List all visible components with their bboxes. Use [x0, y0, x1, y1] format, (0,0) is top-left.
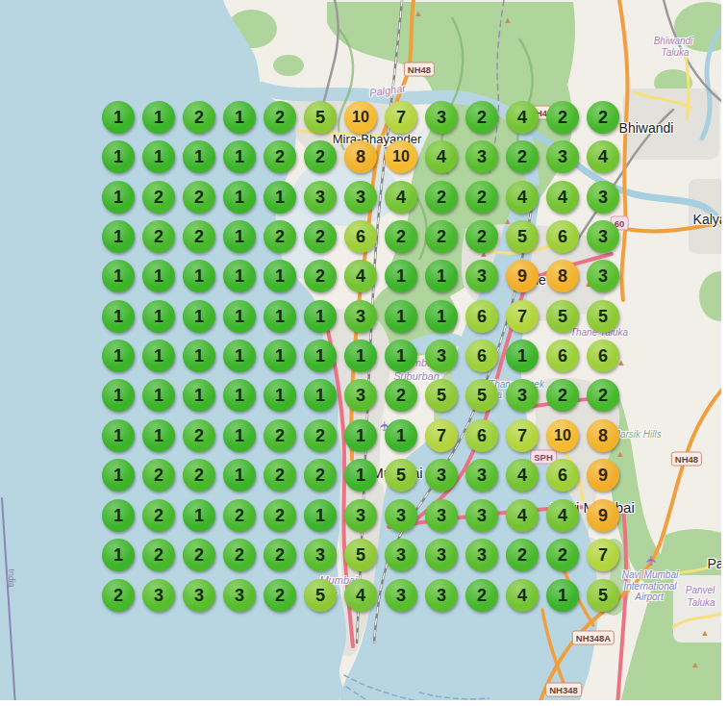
cluster-marker[interactable]: 3 [425, 101, 458, 134]
cluster-marker[interactable]: 1 [102, 499, 135, 532]
cluster-marker[interactable]: 4 [425, 140, 458, 173]
cluster-marker[interactable]: 1 [223, 260, 256, 292]
cluster-marker[interactable]: 1 [102, 101, 135, 134]
cluster-marker[interactable]: 3 [425, 459, 458, 492]
cluster-marker[interactable]: 1 [102, 260, 135, 292]
cluster-marker[interactable]: 2 [264, 101, 296, 134]
cluster-marker[interactable]: 7 [506, 300, 539, 333]
cluster-marker[interactable]: 9 [587, 499, 619, 532]
cluster-marker[interactable]: 5 [304, 101, 337, 134]
cluster-marker[interactable]: 1 [304, 379, 337, 412]
cluster-marker[interactable]: 2 [264, 419, 296, 452]
cluster-marker[interactable]: 1 [264, 300, 296, 333]
cluster-marker[interactable]: 1 [425, 260, 458, 292]
cluster-marker[interactable]: 2 [425, 220, 458, 253]
cluster-marker[interactable]: 2 [264, 499, 296, 532]
cluster-marker[interactable]: 3 [587, 260, 619, 292]
cluster-marker[interactable]: 3 [344, 181, 377, 214]
cluster-marker[interactable]: 1 [385, 340, 417, 372]
cluster-marker[interactable]: 2 [223, 539, 256, 571]
cluster-marker[interactable]: 2 [183, 220, 215, 253]
cluster-marker[interactable]: 3 [425, 340, 458, 372]
cluster-marker[interactable]: 2 [264, 459, 296, 492]
cluster-marker[interactable]: 1 [183, 300, 215, 333]
cluster-marker[interactable]: 1 [425, 300, 458, 333]
cluster-marker[interactable]: 1 [223, 340, 256, 372]
cluster-marker[interactable]: 1 [385, 300, 417, 333]
cluster-marker[interactable]: 1 [142, 140, 175, 173]
cluster-marker[interactable]: 1 [223, 220, 256, 253]
cluster-marker[interactable]: 1 [223, 379, 256, 412]
cluster-marker[interactable]: 10 [344, 101, 377, 134]
cluster-marker[interactable]: 5 [304, 579, 337, 612]
cluster-marker[interactable]: 2 [142, 499, 175, 532]
cluster-marker[interactable]: 5 [344, 539, 377, 571]
cluster-marker[interactable]: 3 [344, 499, 377, 532]
cluster-marker[interactable]: 1 [223, 140, 256, 173]
cluster-marker[interactable]: 5 [465, 379, 498, 412]
cluster-marker[interactable]: 5 [587, 300, 619, 333]
cluster-marker[interactable]: 1 [304, 499, 337, 532]
cluster-marker[interactable]: 7 [425, 419, 458, 452]
cluster-marker[interactable]: 3 [183, 579, 215, 612]
cluster-marker[interactable]: 2 [223, 499, 256, 532]
cluster-marker[interactable]: 3 [465, 539, 498, 571]
cluster-marker[interactable]: 2 [465, 181, 498, 214]
cluster-marker[interactable]: 6 [546, 220, 579, 253]
cluster-marker[interactable]: 1 [102, 379, 135, 412]
cluster-marker[interactable]: 9 [506, 260, 539, 292]
cluster-marker[interactable]: 4 [506, 101, 539, 134]
cluster-marker[interactable]: 2 [142, 459, 175, 492]
cluster-marker[interactable]: 1 [142, 379, 175, 412]
cluster-marker[interactable]: 1 [344, 459, 377, 492]
cluster-marker[interactable]: 2 [264, 539, 296, 571]
cluster-marker[interactable]: 3 [223, 579, 256, 612]
cluster-marker[interactable]: 1 [102, 419, 135, 452]
cluster-marker[interactable]: 1 [264, 260, 296, 292]
cluster-marker[interactable]: 2 [587, 379, 619, 412]
cluster-marker[interactable]: 1 [344, 419, 377, 452]
cluster-marker[interactable]: 3 [425, 579, 458, 612]
cluster-marker[interactable]: 1 [546, 579, 579, 612]
cluster-marker[interactable]: 1 [385, 260, 417, 292]
cluster-marker[interactable]: 6 [344, 220, 377, 253]
cluster-marker[interactable]: 4 [587, 140, 619, 173]
cluster-marker[interactable]: 3 [425, 539, 458, 571]
map[interactable]: PalgharMira-BhayanderBhiwandiTalukaBhiwa… [0, 0, 728, 706]
cluster-marker[interactable]: 8 [587, 419, 619, 452]
cluster-marker[interactable]: 1 [183, 140, 215, 173]
cluster-marker[interactable]: 7 [587, 539, 619, 571]
cluster-marker[interactable]: 2 [546, 379, 579, 412]
cluster-marker[interactable]: 2 [183, 459, 215, 492]
cluster-marker[interactable]: 2 [506, 539, 539, 571]
cluster-marker[interactable]: 7 [385, 101, 417, 134]
cluster-marker[interactable]: 1 [264, 379, 296, 412]
cluster-marker[interactable]: 4 [506, 459, 539, 492]
cluster-marker[interactable]: 1 [102, 220, 135, 253]
cluster-marker[interactable]: 3 [304, 539, 337, 571]
cluster-marker[interactable]: 1 [142, 260, 175, 292]
cluster-marker[interactable]: 3 [546, 140, 579, 173]
cluster-marker[interactable]: 4 [344, 260, 377, 292]
cluster-marker[interactable]: 4 [344, 579, 377, 612]
cluster-marker[interactable]: 1 [344, 340, 377, 372]
cluster-marker[interactable]: 2 [183, 539, 215, 571]
cluster-marker[interactable]: 1 [102, 181, 135, 214]
cluster-marker[interactable]: 3 [506, 379, 539, 412]
cluster-marker[interactable]: 2 [102, 579, 135, 612]
cluster-marker[interactable]: 1 [223, 300, 256, 333]
cluster-marker[interactable]: 4 [506, 499, 539, 532]
cluster-marker[interactable]: 3 [344, 379, 377, 412]
cluster-marker[interactable]: 1 [102, 300, 135, 333]
cluster-marker[interactable]: 6 [546, 459, 579, 492]
cluster-marker[interactable]: 2 [264, 140, 296, 173]
cluster-marker[interactable]: 3 [587, 220, 619, 253]
cluster-marker[interactable]: 1 [264, 340, 296, 372]
cluster-marker[interactable]: 3 [385, 499, 417, 532]
cluster-marker[interactable]: 6 [465, 419, 498, 452]
cluster-marker[interactable]: 3 [344, 300, 377, 333]
cluster-marker[interactable]: 5 [425, 379, 458, 412]
cluster-marker[interactable]: 6 [546, 340, 579, 372]
cluster-marker[interactable]: 2 [264, 579, 296, 612]
cluster-marker[interactable]: 1 [183, 379, 215, 412]
